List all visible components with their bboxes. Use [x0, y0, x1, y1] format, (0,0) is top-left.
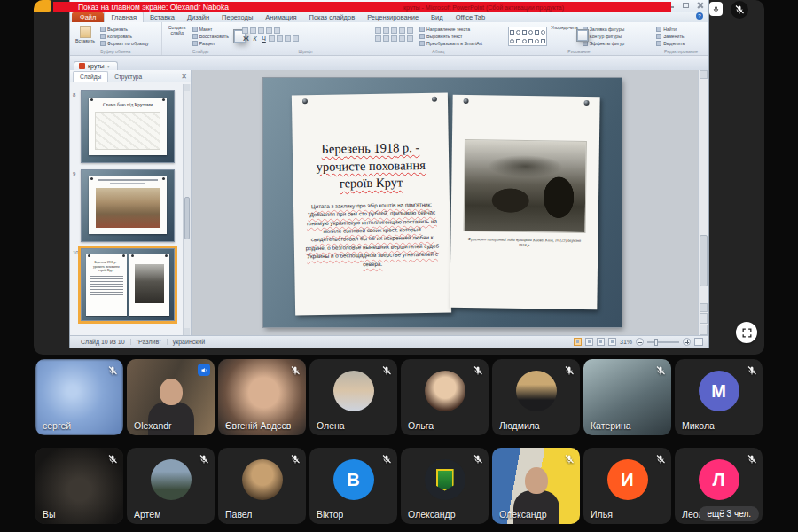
align-text-button[interactable]: Выровнять текст — [419, 34, 482, 39]
line-spacing-button[interactable] — [407, 27, 413, 34]
align-right-button[interactable] — [391, 35, 397, 42]
text-direction-button[interactable]: Направление текста — [419, 27, 482, 32]
char-spacing-button[interactable] — [285, 35, 291, 42]
slide-editing-area[interactable]: Березень 1918 р. - урочисте поховання ге… — [192, 70, 698, 335]
font-color-button[interactable] — [293, 35, 299, 42]
cut-button[interactable]: Вырезать — [100, 27, 149, 32]
participant-tile[interactable]: Олександр — [401, 448, 489, 524]
slide-thumbnail-10[interactable]: 10 Березень 1918 р. - урочисте поховання… — [81, 248, 179, 321]
participant-tile[interactable]: В Віктор — [309, 448, 397, 524]
new-slide-button[interactable]: Создать слайд — [165, 24, 190, 48]
more-participants-badge[interactable]: ещё 3 чел. — [699, 506, 759, 521]
pane-tab-outline[interactable]: Структура — [108, 72, 148, 82]
underline-button[interactable]: Ч — [260, 35, 267, 42]
avatar — [425, 459, 466, 500]
indent-increase-button[interactable] — [399, 27, 405, 34]
slide-thumbnail-9[interactable]: 9 — [81, 169, 179, 242]
paste-button[interactable]: Вставить — [73, 24, 98, 48]
fit-to-window-button[interactable] — [694, 338, 703, 346]
slideshow-view-button[interactable] — [608, 338, 616, 346]
arrange-button[interactable]: Упорядочить — [550, 24, 580, 48]
numbering-button[interactable] — [383, 27, 389, 34]
zoom-in-button[interactable] — [683, 338, 691, 346]
participant-tile[interactable]: Olexandr — [127, 359, 215, 435]
participant-tile[interactable]: Олена — [309, 359, 397, 435]
tab-design[interactable]: Дизайн — [181, 12, 215, 22]
tab-file[interactable]: Файл — [72, 12, 104, 22]
pane-scrollbar[interactable] — [183, 84, 191, 335]
participant-tile[interactable]: И Илья — [583, 448, 671, 524]
participant-tile[interactable]: M Микола — [675, 359, 763, 435]
section-button[interactable]: Раздел — [192, 41, 229, 46]
fullscreen-button[interactable] — [736, 322, 757, 343]
find-button[interactable]: Найти — [656, 27, 685, 32]
tab-officetab[interactable]: Office Tab — [450, 12, 492, 22]
participant-tile[interactable]: Вы — [35, 448, 123, 524]
pane-tab-slides[interactable]: Слайды — [73, 71, 108, 82]
normal-view-button[interactable] — [574, 338, 582, 346]
columns-button[interactable] — [407, 35, 413, 42]
tab-view[interactable]: Вид — [425, 12, 450, 22]
shape-outline-button[interactable]: Контур фигуры — [583, 34, 625, 39]
replace-button[interactable]: Заменить — [656, 34, 685, 39]
zoom-out-button[interactable] — [636, 338, 644, 346]
tab-close-icon[interactable]: ▾ — [107, 63, 110, 69]
participant-name: Євгеній Авдєєв — [225, 420, 291, 431]
tab-transitions[interactable]: Переходы — [215, 12, 259, 22]
shape-effects-button[interactable]: Эффекты фигур — [583, 41, 625, 46]
tab-slideshow[interactable]: Показ слайдов — [303, 12, 362, 22]
zoom-slider[interactable] — [647, 341, 679, 343]
maximize-icon[interactable] — [682, 2, 690, 9]
previous-slide-button[interactable] — [700, 313, 708, 324]
bold-button[interactable]: Ж — [242, 35, 249, 42]
participant-name: Олександр — [408, 509, 456, 520]
justify-button[interactable] — [399, 35, 405, 42]
reset-button[interactable]: Восстановить — [192, 34, 229, 39]
participant-tile[interactable]: Людмила — [492, 359, 580, 435]
tab-insert[interactable]: Вставка — [144, 12, 181, 22]
shadow-button[interactable] — [277, 35, 283, 42]
align-left-button[interactable] — [375, 35, 381, 42]
participant-tile[interactable]: Євгеній Авдєєв — [218, 359, 306, 435]
current-slide[interactable]: Березень 1918 р. - урочисте поховання ге… — [263, 78, 622, 327]
pane-close-icon[interactable]: ✕ — [181, 73, 187, 81]
shared-screen-tile[interactable]: Файл Главная Вставка Дизайн Переходы Ани… — [34, 0, 764, 355]
participant-tile[interactable]: сергей — [35, 359, 123, 435]
align-center-button[interactable] — [383, 35, 389, 42]
sorter-view-button[interactable] — [585, 338, 593, 346]
font-name-box[interactable] — [242, 27, 248, 34]
indent-decrease-button[interactable] — [391, 27, 397, 34]
participant-tile[interactable]: Артем — [127, 448, 215, 524]
help-icon[interactable]: ? — [696, 12, 703, 20]
shape-fill-button[interactable]: Заливка фигуры — [583, 27, 625, 32]
tab-review[interactable]: Рецензирование — [361, 12, 425, 22]
avatar: M — [699, 371, 739, 411]
copy-button[interactable]: Копировать — [100, 34, 149, 39]
close-icon[interactable] — [696, 2, 704, 9]
next-slide-button[interactable] — [700, 325, 708, 335]
format-painter-button[interactable]: Формат по образцу — [100, 41, 149, 46]
participant-tile[interactable]: Катерина — [583, 359, 671, 435]
slide-thumbnail-8[interactable]: 8 Схема бою під Крутами — [81, 90, 179, 163]
smartart-button[interactable]: Преобразовать в SmartArt — [419, 41, 482, 46]
layout-button[interactable]: Макет — [192, 27, 229, 32]
participant-tile[interactable]: Олександр — [492, 448, 580, 524]
language-indicator[interactable]: украинский — [168, 339, 211, 345]
strikethrough-button[interactable] — [269, 35, 275, 42]
select-button[interactable]: Выделить — [656, 41, 685, 46]
tab-home[interactable]: Главная — [104, 12, 144, 22]
document-tab[interactable]: круты ▾ — [74, 61, 118, 70]
powerpoint-file-icon — [79, 63, 85, 69]
mic-muted-icon — [290, 364, 301, 374]
battle-painting — [96, 188, 160, 228]
shapes-gallery[interactable] — [508, 27, 547, 46]
main-scrollbar[interactable] — [698, 70, 708, 335]
tab-animations[interactable]: Анимация — [259, 12, 302, 22]
participant-tile[interactable]: Л Леоні, ещё 3 чел. — [675, 448, 763, 524]
italic-button[interactable]: К — [251, 35, 258, 42]
reading-view-button[interactable] — [597, 338, 605, 346]
bullets-button[interactable] — [375, 27, 381, 34]
font-size-box[interactable] — [258, 27, 264, 34]
participant-tile[interactable]: Павел — [218, 448, 306, 524]
participant-tile[interactable]: Ольга — [401, 359, 489, 435]
